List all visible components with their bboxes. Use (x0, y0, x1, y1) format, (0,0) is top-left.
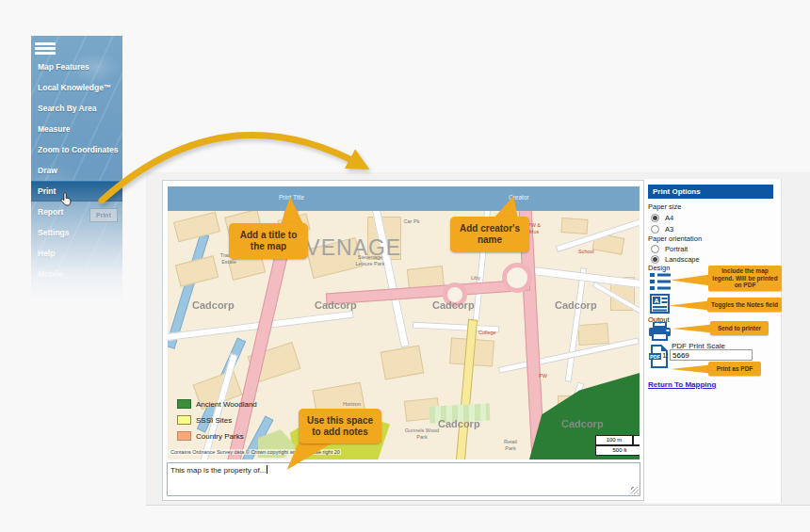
print-options-header: Print Options (648, 185, 773, 199)
tooltip-legend: Include the map legend. Will be printed … (708, 266, 782, 291)
radio-button-icon[interactable] (651, 245, 659, 253)
scale-prefix: 1: (662, 351, 669, 360)
place-label: Horizon (343, 401, 361, 408)
sidebar-item-zoom-to-coordinates[interactable]: Zoom to Coordinates (31, 139, 122, 160)
radio-button-icon[interactable] (651, 255, 659, 264)
sidebar-item-map-features[interactable]: Map Features (31, 56, 122, 77)
place-label: Retail Park (499, 439, 522, 451)
legend-label: Country Parks (196, 432, 244, 441)
resize-handle-icon[interactable] (631, 487, 639, 494)
radio-button-icon[interactable] (651, 214, 659, 222)
legend-swatch-sssi-sites (177, 415, 191, 425)
callout-add-title: Add a title to the map (229, 223, 308, 259)
paper-size-label: Paper size (648, 202, 681, 211)
scale-bar: 100 m 500 ft (595, 435, 640, 456)
print-options-panel: Print Options Paper size A4 A3 Paper ori… (644, 179, 782, 503)
tooltip-print-as-pdf: Print as PDF (708, 362, 761, 376)
radio-landscape[interactable]: Landscape (651, 255, 700, 264)
place-label: Stevenage Leisure Park (354, 254, 386, 266)
map-watermark: Cadcorp (315, 299, 357, 311)
hand-cursor-icon (57, 190, 73, 207)
map-watermark: Cadcorp (555, 299, 597, 311)
notes-text: This map is the property of... (170, 466, 266, 475)
radio-portrait[interactable]: Portrait (651, 245, 688, 253)
map-watermark: Cadcorp (192, 299, 235, 311)
sidebar-item-search-by-area[interactable]: Search By Area (31, 98, 122, 119)
sidebar-fade-overlay (31, 177, 122, 301)
legend-swatch-country-parks (177, 431, 191, 441)
radio-a3[interactable]: A3 (651, 225, 673, 234)
scale-metric: 100 m (595, 435, 633, 445)
legend-row: Ancient Woodland (177, 399, 257, 409)
radio-button-icon[interactable] (651, 225, 659, 234)
pdf-scale-input[interactable] (670, 349, 753, 361)
legend-toggle-icon[interactable] (650, 272, 671, 290)
place-label: Liby (471, 275, 480, 282)
map-watermark: Cadcorp (438, 418, 480, 429)
map-watermark: Cadcorp (561, 418, 604, 429)
return-to-mapping-link[interactable]: Return To Mapping (648, 380, 716, 389)
preview-header-bar: Print Title Creator (168, 186, 640, 211)
map-watermark: Cadcorp (432, 299, 475, 311)
legend-swatch-ancient-woodland (177, 399, 191, 409)
sidebar-item-measure[interactable]: Measure (31, 119, 122, 139)
paper-orientation-label: Paper orientation (648, 234, 702, 243)
app-canvas: Map Features Local Knowledge™ Search By … (0, 0, 810, 532)
sidebar-item-local-knowledge[interactable]: Local Knowledge™ (31, 77, 122, 98)
design-label: Design (648, 264, 670, 272)
legend-row: SSSI Sites (177, 415, 257, 425)
map-legend: Ancient Woodland SSSI Sites Country Park… (177, 399, 257, 447)
legend-label: SSSI Sites (196, 416, 232, 425)
roundabout (502, 263, 532, 293)
tooltip-notes-toggle: Toggles the Notes field (707, 298, 782, 312)
place-label: Gunnels Wood Park (401, 427, 443, 440)
callout-add-creator: Add creator's name (450, 217, 529, 252)
sidebar: Map Features Local Knowledge™ Search By … (31, 36, 122, 301)
place-label: College (478, 330, 496, 336)
callout-add-notes: Use this space to add notes (299, 409, 381, 443)
place-label: PW (539, 373, 547, 379)
notes-toggle-icon[interactable]: A (650, 294, 670, 314)
printer-icon[interactable] (648, 322, 672, 342)
text-caret (267, 465, 267, 474)
radio-a4[interactable]: A4 (651, 214, 673, 222)
legend-label: Ancient Woodland (196, 400, 257, 409)
notes-field[interactable]: This map is the property of... (167, 462, 640, 496)
place-label: School (578, 249, 594, 255)
svg-text:PDF: PDF (650, 354, 661, 360)
legend-row: Country Parks (177, 431, 257, 441)
svg-text:A: A (654, 298, 658, 304)
place-label: Car Pk (403, 218, 420, 225)
print-ghost-tooltip: Print (89, 208, 118, 222)
scale-imperial: 500 ft (595, 445, 640, 456)
print-title-placeholder[interactable]: Print Title (279, 194, 304, 201)
tooltip-send-to-printer: Send to printer (710, 321, 769, 335)
